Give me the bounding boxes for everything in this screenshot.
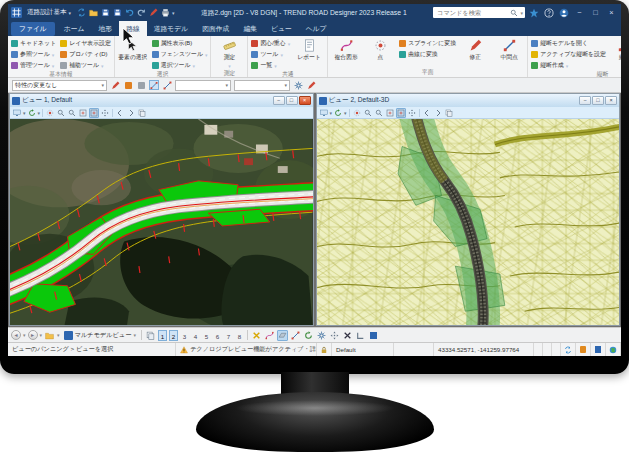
snap-rotate-button[interactable] bbox=[303, 330, 314, 341]
view-toggle-3[interactable]: 3 bbox=[180, 330, 189, 341]
command-search-box[interactable]: ▾ bbox=[433, 7, 525, 18]
view-forward-button[interactable]: ▸ bbox=[28, 330, 38, 340]
style-pen-button[interactable] bbox=[306, 80, 316, 90]
snap-settings-button[interactable] bbox=[316, 330, 327, 341]
ribbon-item-set-active-profile[interactable]: アクティブな縦断を設定 bbox=[531, 50, 606, 59]
fence-indicator[interactable] bbox=[576, 343, 591, 356]
view-rotate-button[interactable] bbox=[27, 108, 37, 118]
selection-set-indicator[interactable] bbox=[561, 343, 576, 356]
view-toggle-1[interactable]: 1 bbox=[158, 330, 167, 341]
search-scope-dropdown[interactable]: ▾ bbox=[520, 10, 523, 16]
minimize-button[interactable]: − bbox=[573, 6, 586, 19]
element-template-dropdown[interactable]: 特性の変更なし▾ bbox=[12, 80, 107, 91]
active-linestyle-button[interactable] bbox=[149, 80, 159, 90]
ribbon-item-cadnet[interactable]: キャドネット bbox=[11, 39, 56, 48]
ribbon-item-layer-display[interactable]: レイヤ表示設定 bbox=[60, 39, 111, 48]
account-avatar[interactable] bbox=[558, 7, 570, 19]
view1-canvas[interactable] bbox=[10, 119, 313, 325]
snap-nearest-button[interactable] bbox=[264, 330, 275, 341]
tab-edit[interactable]: 編集 bbox=[236, 21, 264, 37]
view2-minimize-button[interactable]: − bbox=[579, 96, 591, 105]
snap-keypoint-button[interactable] bbox=[290, 330, 301, 341]
ribbon-item-aux-tools[interactable]: 補助ツール▾ bbox=[60, 61, 111, 70]
midpoint-button[interactable]: 中間点 bbox=[494, 37, 524, 62]
connect-advisor-icon[interactable] bbox=[528, 7, 540, 19]
view-previous-button-2[interactable] bbox=[422, 108, 432, 118]
ribbon-item-to-spline[interactable]: スプラインに変換 bbox=[399, 39, 456, 48]
pan-button-2[interactable] bbox=[407, 108, 417, 118]
view2-close-button[interactable]: × bbox=[605, 96, 617, 105]
view2-title-bar[interactable]: ビュー 2, Default-3D − □ × bbox=[317, 94, 620, 107]
fit-view-button-2[interactable] bbox=[396, 108, 406, 118]
zoom-in-button[interactable] bbox=[56, 108, 66, 118]
view1-title-bar[interactable]: ビュー 1, Default − □ × bbox=[10, 94, 313, 107]
print-button[interactable] bbox=[160, 8, 170, 18]
ribbon-item-create-profile[interactable]: 縦断作成▾ bbox=[531, 61, 606, 70]
view-previous-button[interactable] bbox=[115, 108, 125, 118]
copy-view-button[interactable] bbox=[137, 108, 147, 118]
help-icon[interactable] bbox=[543, 7, 555, 19]
view1-minimize-button[interactable]: − bbox=[273, 96, 285, 105]
view2-restore-button[interactable]: □ bbox=[592, 96, 604, 105]
ribbon-item-select-tools[interactable]: 選択ツール▾ bbox=[152, 61, 208, 70]
workflow-preset-dropdown[interactable]: 道路設計基本▾ bbox=[25, 8, 73, 17]
zoom-in-button-2[interactable] bbox=[363, 108, 373, 118]
maximize-button[interactable]: □ bbox=[589, 6, 602, 19]
tab-terrain[interactable]: 地形 bbox=[92, 21, 120, 37]
fit-view-button[interactable] bbox=[89, 108, 99, 118]
view-toggle-2[interactable]: 2 bbox=[169, 330, 178, 341]
accudraw-compass-button[interactable] bbox=[251, 330, 262, 341]
active-level-indicator[interactable]: Default bbox=[332, 343, 394, 356]
geo-coordination-indicator[interactable] bbox=[606, 343, 621, 356]
view2-canvas[interactable] bbox=[317, 119, 620, 325]
snap-intersection-button[interactable] bbox=[342, 330, 353, 341]
view-point-button[interactable] bbox=[45, 108, 55, 118]
view-group-folder-button[interactable] bbox=[44, 330, 55, 341]
ribbon-item-properties[interactable]: プロパティ(D) bbox=[60, 50, 111, 59]
redo-button[interactable] bbox=[136, 8, 146, 18]
flame-style-button[interactable] bbox=[123, 80, 133, 90]
open-file-button[interactable] bbox=[88, 8, 98, 18]
view-toggle-6[interactable]: 6 bbox=[213, 330, 222, 341]
tech-preview-warning[interactable]: テクノロジプレビュー機能がアクティブ・詳細についてはメッセージセンターを確認して… bbox=[176, 343, 317, 356]
multimodel-view-dropdown[interactable]: マルチモデルビュー▾ bbox=[62, 331, 138, 340]
display-style-button-2[interactable] bbox=[319, 108, 329, 118]
dgn-work-mode-indicator[interactable] bbox=[591, 343, 606, 356]
ribbon-item-attr-display[interactable]: 属性表示(B) bbox=[152, 39, 208, 48]
undo-button[interactable] bbox=[124, 8, 134, 18]
sync-button[interactable] bbox=[76, 8, 86, 18]
tab-drawing-production[interactable]: 図面作成 bbox=[195, 21, 236, 37]
tab-help[interactable]: ヘルプ bbox=[299, 21, 334, 37]
view-toggle-7[interactable]: 7 bbox=[224, 330, 233, 341]
pan-button[interactable] bbox=[100, 108, 110, 118]
view1-close-button[interactable]: × bbox=[299, 96, 311, 105]
view-toggle-5[interactable]: 5 bbox=[202, 330, 211, 341]
tab-file[interactable]: ファイル bbox=[11, 22, 55, 36]
save-as-button[interactable] bbox=[112, 8, 122, 18]
close-button[interactable]: × bbox=[605, 6, 618, 19]
window-area-button[interactable] bbox=[78, 108, 88, 118]
ribbon-item-open-profile-model[interactable]: 縦断モデルを開く bbox=[531, 39, 606, 48]
window-area-button-2[interactable] bbox=[385, 108, 395, 118]
view-point-button-2[interactable] bbox=[352, 108, 362, 118]
line-weight-select[interactable]: ▾ bbox=[234, 80, 290, 91]
view1-restore-button[interactable]: □ bbox=[286, 96, 298, 105]
zoom-out-button[interactable] bbox=[67, 108, 77, 118]
ribbon-item-to-curve[interactable]: 曲線に変換 bbox=[399, 50, 456, 59]
snap-origin-button[interactable] bbox=[368, 330, 379, 341]
line-tool-button[interactable] bbox=[162, 80, 172, 90]
active-view-group-button[interactable] bbox=[145, 330, 156, 341]
copy-view-button-2[interactable] bbox=[444, 108, 454, 118]
search-input[interactable] bbox=[435, 8, 508, 17]
ribbon-item-fence-tools[interactable]: フェンスツール▾ bbox=[152, 50, 208, 59]
tab-home[interactable]: ホーム bbox=[57, 21, 92, 37]
view-next-button-2[interactable] bbox=[433, 108, 443, 118]
line-style-select[interactable]: ▾ bbox=[175, 80, 231, 91]
view-back-button[interactable]: ◂ bbox=[11, 330, 21, 340]
display-style-button[interactable] bbox=[12, 108, 22, 118]
profile-line-button[interactable]: 線分 bbox=[610, 37, 621, 62]
point-button[interactable]: 点 bbox=[365, 37, 395, 62]
snap-swap-button[interactable] bbox=[329, 330, 340, 341]
tab-view[interactable]: ビュー bbox=[264, 21, 299, 37]
text-style-button[interactable] bbox=[136, 80, 146, 90]
